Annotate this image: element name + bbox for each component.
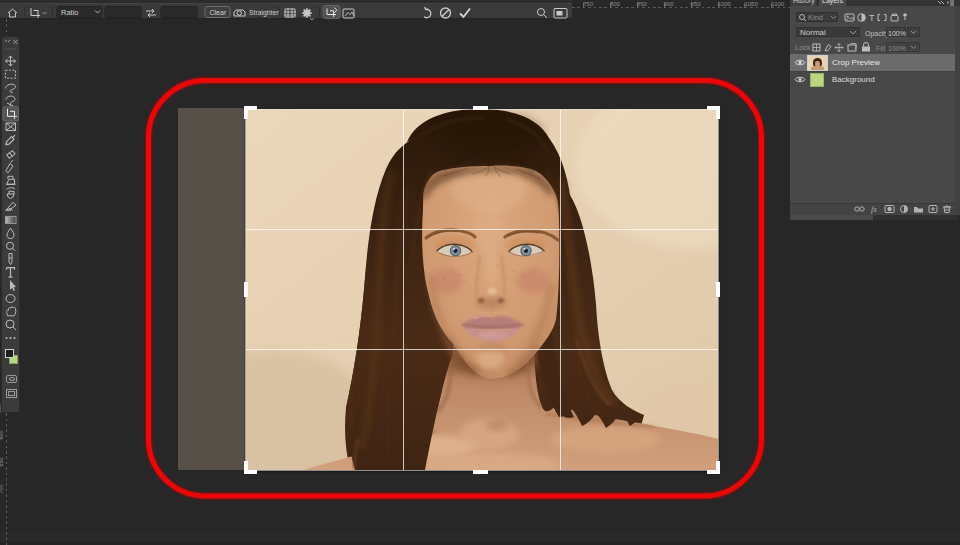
svg-text:Clear: Clear [210, 9, 227, 16]
svg-text:Ratio: Ratio [61, 8, 79, 17]
svg-text:Straighten: Straighten [249, 9, 280, 17]
svg-text:T: T [869, 13, 875, 23]
svg-text:fx: fx [871, 205, 877, 214]
